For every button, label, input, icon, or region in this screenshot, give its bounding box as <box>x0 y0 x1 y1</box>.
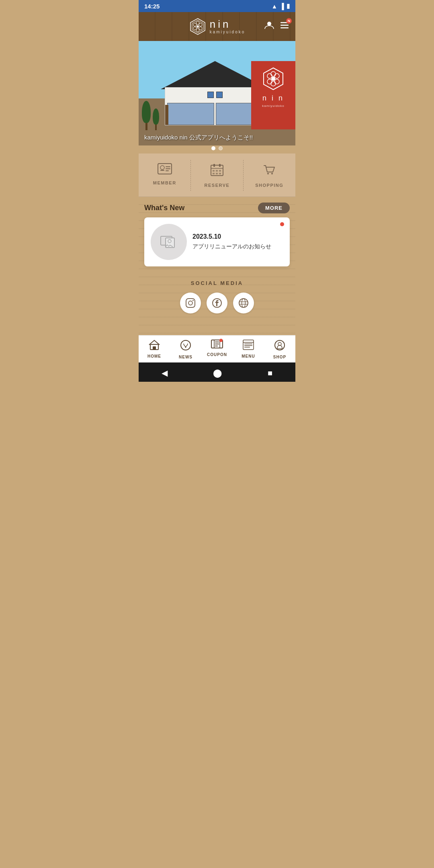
svg-point-7 <box>193 23 197 27</box>
news-unread-dot <box>280 222 284 226</box>
whats-new-header: What's New MORE <box>139 197 295 217</box>
menu-badge: N <box>286 18 292 24</box>
hero-caption: kamiyuidoko nin 公式アプリへようこそ!! <box>139 134 295 141</box>
website-button[interactable] <box>233 293 254 313</box>
home-label: HOME <box>147 354 161 358</box>
svg-point-14 <box>271 72 276 76</box>
android-back[interactable]: ◀ <box>162 368 168 378</box>
app-header: nin kamiyuidoko N <box>139 12 295 41</box>
social-media-section: SOCIAL MEDIA <box>139 272 295 323</box>
svg-rect-25 <box>166 168 170 169</box>
bottom-nav-news[interactable]: NEWS <box>170 336 201 362</box>
more-button[interactable]: MORE <box>258 203 290 213</box>
svg-rect-42 <box>186 299 195 307</box>
logo-hex-icon <box>189 18 207 35</box>
nav-reserve[interactable]: RESERVE <box>191 160 243 191</box>
profile-button[interactable] <box>264 20 274 33</box>
whats-new-section: What's New MORE 2023.5.10 アプリリニューアルのお知らせ… <box>139 197 295 335</box>
android-nav-bar: ◀ ⬤ ■ <box>139 362 295 382</box>
nav-shopping[interactable]: SHOPPING <box>244 160 295 191</box>
svg-point-37 <box>267 173 269 174</box>
news-icon <box>180 340 191 353</box>
status-icons: ▲ ▐ ▮ <box>272 2 290 10</box>
sign-sub: kamiyuidoko <box>262 104 284 108</box>
svg-rect-12 <box>280 27 289 29</box>
svg-point-16 <box>274 79 279 84</box>
news-thumbnail <box>151 224 187 260</box>
facebook-button[interactable] <box>207 293 227 313</box>
status-bar: 14:25 ▲ ▐ ▮ <box>139 0 295 12</box>
member-label: MEMBER <box>153 180 176 185</box>
svg-rect-32 <box>216 170 218 172</box>
svg-rect-28 <box>213 164 215 167</box>
svg-point-44 <box>192 300 194 301</box>
svg-rect-24 <box>166 166 170 167</box>
bottom-nav-coupon[interactable]: COUPON <box>201 336 233 362</box>
svg-rect-62 <box>244 344 252 344</box>
svg-point-15 <box>274 74 279 78</box>
status-time: 14:25 <box>144 3 160 10</box>
bottom-nav-shop[interactable]: SHOP <box>264 336 295 362</box>
svg-point-53 <box>185 347 186 348</box>
bottom-nav: HOME NEWS COUPON <box>139 335 295 362</box>
svg-rect-58 <box>215 344 219 344</box>
battery-icon: ▮ <box>287 2 290 10</box>
svg-rect-33 <box>219 170 221 172</box>
menu-nav-icon <box>243 340 254 352</box>
svg-point-46 <box>239 299 248 307</box>
hero-slider[interactable]: n i n kamiyuidoko kamiyuidoko nin 公式アプリへ… <box>139 41 295 154</box>
shop-icon <box>274 340 285 353</box>
android-home[interactable]: ⬤ <box>213 368 222 378</box>
svg-point-20 <box>271 77 275 81</box>
social-label: SOCIAL MEDIA <box>139 280 295 286</box>
reserve-icon <box>210 163 224 180</box>
news-label: NEWS <box>179 355 192 359</box>
svg-point-3 <box>199 23 202 27</box>
news-content: 2023.5.10 アプリリニューアルのお知らせ <box>192 233 283 251</box>
svg-point-6 <box>193 27 197 30</box>
svg-point-18 <box>267 79 272 84</box>
svg-rect-34 <box>213 173 215 174</box>
svg-point-47 <box>242 299 246 307</box>
hero-image: n i n kamiyuidoko <box>139 41 295 145</box>
coupon-dot <box>219 339 223 342</box>
android-recent[interactable]: ■ <box>268 368 272 378</box>
reserve-label: RESERVE <box>205 183 230 188</box>
svg-rect-31 <box>213 170 215 172</box>
coupon-label: COUPON <box>207 352 227 357</box>
quick-nav: MEMBER RESERVE <box>139 154 295 197</box>
sign-nin: n i n <box>262 94 284 102</box>
news-card[interactable]: 2023.5.10 アプリリニューアルのお知らせ <box>144 217 290 266</box>
home-icon <box>149 340 160 352</box>
dot-2[interactable] <box>219 146 223 150</box>
bottom-nav-home[interactable]: HOME <box>139 336 170 362</box>
svg-rect-60 <box>243 340 254 350</box>
svg-point-43 <box>188 301 192 305</box>
svg-point-22 <box>160 166 164 170</box>
bottom-nav-menu[interactable]: MENU <box>233 336 264 362</box>
social-icons <box>139 293 295 313</box>
instagram-button[interactable] <box>180 293 201 313</box>
svg-rect-26 <box>166 170 169 171</box>
svg-rect-35 <box>216 173 218 174</box>
tree-left <box>142 101 151 130</box>
logo-text: nin kamiyuidoko <box>210 19 246 34</box>
menu-button[interactable]: N <box>279 20 290 33</box>
svg-point-38 <box>271 173 273 174</box>
svg-point-4 <box>199 27 202 30</box>
slider-dots <box>211 146 223 150</box>
building-scene: n i n kamiyuidoko <box>139 41 295 145</box>
menu-label: MENU <box>242 354 255 358</box>
svg-rect-11 <box>280 25 289 26</box>
svg-point-5 <box>196 29 199 32</box>
tree-right <box>153 108 159 130</box>
header-logo: nin kamiyuidoko <box>189 18 246 35</box>
dot-1[interactable] <box>211 146 215 150</box>
nav-member[interactable]: MEMBER <box>139 160 191 191</box>
svg-point-17 <box>271 81 276 86</box>
svg-rect-23 <box>160 170 164 171</box>
svg-point-52 <box>181 340 190 350</box>
svg-rect-36 <box>219 173 221 174</box>
svg-rect-64 <box>244 347 250 348</box>
shop-label: SHOP <box>273 355 286 359</box>
